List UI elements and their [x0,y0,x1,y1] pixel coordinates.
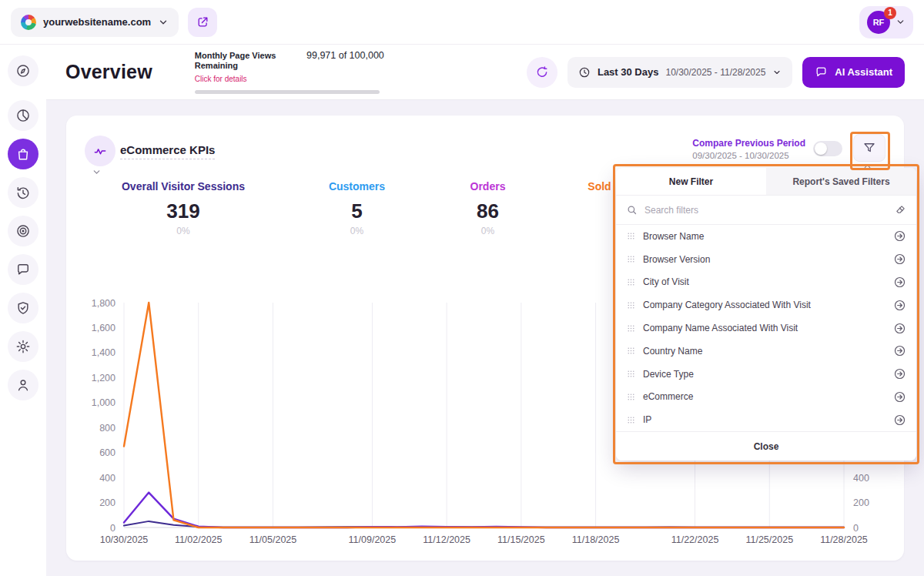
compare-label: Compare Previous Period [692,138,805,149]
filter-panel: New Filter Report's Saved Filters Browse… [616,168,916,460]
filter-search-input[interactable] [644,205,888,216]
drag-handle-icon[interactable] [626,231,636,241]
filter-item-label: eCommerce [643,391,886,402]
compare-toggle[interactable] [813,141,842,156]
refresh-icon [535,65,549,79]
sidebar-item-statistics[interactable] [8,100,38,131]
svg-text:1,200: 1,200 [92,373,116,383]
filter-item[interactable]: Device Type [616,363,916,386]
drag-handle-icon[interactable] [626,254,636,264]
drag-handle-icon[interactable] [626,323,636,333]
svg-text:10/30/2025: 10/30/2025 [100,534,149,545]
filter-item-label: Browser Name [643,231,886,242]
drag-handle-icon[interactable] [626,346,636,356]
kpi-label[interactable]: Customers [320,180,393,193]
arrow-circle-right-icon[interactable] [893,414,906,427]
kpi-customers[interactable]: Customers50% [320,180,393,236]
chevron-down-icon [772,68,782,77]
account-menu[interactable]: RF 1 [859,6,913,39]
website-name: yourwebsitename.com [43,16,151,28]
filter-item-label: City of Visit [643,276,886,287]
chevron-down-icon [158,17,169,28]
compare-range: 09/30/2025 - 10/30/2025 [692,151,805,160]
chat-icon [815,65,828,79]
arrow-circle-right-icon[interactable] [893,390,906,404]
ai-assistant-button[interactable]: AI Assistant [802,57,905,88]
ai-assistant-label: AI Assistant [835,66,892,78]
quota-details-link[interactable]: Click for details [195,75,247,83]
svg-text:400: 400 [99,473,116,484]
tab-new-filter[interactable]: New Filter [616,168,766,195]
page-title: Overview [65,61,152,83]
external-link-icon [196,15,209,28]
svg-text:11/02/2025: 11/02/2025 [175,534,223,545]
arrow-circle-right-icon[interactable] [893,344,906,357]
refresh-button[interactable] [527,57,557,88]
filter-item[interactable]: eCommerce [616,385,916,408]
filter-item[interactable]: Company Category Associated With Visit [616,293,916,316]
kpi-value: 5 [320,199,393,223]
filter-item[interactable]: Country Name [616,340,916,363]
date-range-picker[interactable]: Last 30 Days 10/30/2025 - 11/28/2025 [567,57,792,88]
sidebar-item-communication[interactable] [8,254,38,285]
sidebar-item-settings[interactable] [8,331,38,362]
sidebar-item-navigate[interactable] [8,55,38,86]
notification-badge: 1 [884,7,896,19]
filter-item[interactable]: Company Name Associated With Visit [616,316,916,340]
card-title: eCommerce KPIs [120,143,215,159]
pageviews-quota: Monthly Page Views Remaining 99,971 of 1… [195,50,384,93]
arrow-circle-right-icon[interactable] [893,229,906,243]
kpi-overall-visitor-sessions[interactable]: Overall Visitor Sessions3190% [114,180,253,236]
sidebar-item-account[interactable] [8,370,38,400]
website-selector[interactable]: yourwebsitename.com [11,8,179,37]
sidebar-item-goals[interactable] [8,216,38,246]
svg-text:11/05/2025: 11/05/2025 [249,534,297,545]
avatar-initials: RF [873,18,885,27]
arrow-circle-right-icon[interactable] [893,276,906,289]
chevron-down-icon [896,17,906,27]
kpi-label[interactable]: Orders [451,180,524,193]
kpi-orders[interactable]: Orders860% [451,180,524,236]
drag-handle-icon[interactable] [626,277,636,287]
compare-previous-period: Compare Previous Period 09/30/2025 - 10/… [692,138,805,160]
filter-item[interactable]: IP [616,408,916,431]
filter-item-label: Device Type [643,369,886,380]
close-button[interactable]: Close [616,431,916,460]
eraser-icon[interactable] [895,204,906,216]
sidebar-item-ecommerce[interactable] [8,139,38,169]
toggle-knob [815,142,827,155]
filter-item-label: Browser Version [643,254,886,265]
open-website-button[interactable] [188,8,217,37]
svg-text:1,400: 1,400 [92,347,116,358]
drag-handle-icon[interactable] [626,392,636,402]
drag-handle-icon[interactable] [626,300,636,310]
svg-text:200: 200 [99,497,116,508]
arrow-circle-right-icon[interactable] [893,367,906,380]
filter-item[interactable]: City of Visit [616,271,916,294]
drag-handle-icon[interactable] [626,369,636,379]
tab-saved-filters[interactable]: Report's Saved Filters [766,168,916,195]
svg-text:11/12/2025: 11/12/2025 [423,534,470,545]
svg-text:0: 0 [110,523,116,534]
drag-handle-icon[interactable] [626,415,636,425]
quota-progress-fill [195,90,380,94]
sidebar-item-privacy[interactable] [8,293,38,323]
svg-text:1,800: 1,800 [92,298,116,309]
sidebar [0,45,46,576]
svg-text:800: 800 [99,423,116,434]
filter-button[interactable] [853,134,886,162]
svg-text:11/09/2025: 11/09/2025 [349,534,397,545]
privacy-icon [15,300,31,316]
filter-item[interactable]: Browser Version [616,248,916,271]
filter-item[interactable]: Browser Name [616,225,916,248]
card-collapse-chevron-icon[interactable] [92,167,102,177]
arrow-circle-right-icon[interactable] [893,322,906,335]
svg-text:200: 200 [853,497,869,508]
arrow-circle-right-icon[interactable] [893,253,906,266]
kpi-card-icon [85,136,116,166]
filter-item-label: IP [643,414,886,425]
quota-progress-bar [195,90,380,94]
kpi-label[interactable]: Overall Visitor Sessions [114,180,253,193]
sidebar-item-history[interactable] [8,177,38,208]
arrow-circle-right-icon[interactable] [893,299,906,312]
